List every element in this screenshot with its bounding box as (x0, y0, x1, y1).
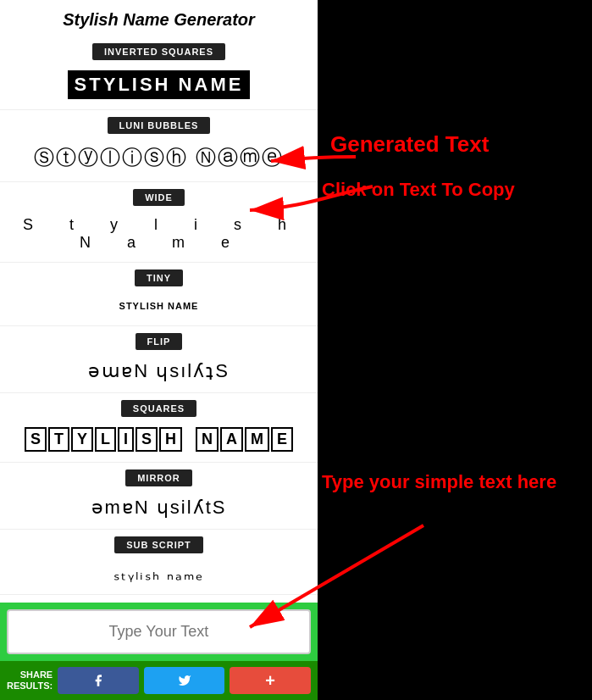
style-label-wide: WIDE (0, 182, 318, 211)
style-badge-tiny: TINY (135, 269, 183, 286)
plus-icon: + (265, 671, 275, 691)
content-area: INVERTED SQUARES STYLISH NAME LUNI BUBBL… (0, 36, 318, 603)
share-label-line2: RESULTS: (7, 681, 53, 692)
share-label-line1: SHARE (7, 669, 53, 681)
style-text-wide[interactable]: S t y l i s h N a m e (0, 211, 318, 262)
style-badge-inverted-squares: INVERTED SQUARES (92, 43, 225, 60)
right-side: Generated Text Click on Text To Copy Typ… (318, 0, 592, 700)
generated-text-subscript: ₛₜᵧₗᵢₛₕ ₙₐₘₑ (113, 564, 205, 584)
style-label-luni-bubbles: LUNI BUBBLES (0, 110, 318, 139)
style-section-subscript: SUB SCRIPT ₛₜᵧₗᵢₛₕ ₙₐₘₑ (0, 530, 318, 595)
main-panel: Stylish Name Generator INVERTED SQUARES … (0, 0, 318, 700)
style-section-wide: WIDE S t y l i s h N a m e (0, 182, 318, 263)
text-input[interactable] (7, 609, 311, 654)
style-section-mirror: MIRROR əmɐN ɥsilʎtS (0, 463, 318, 530)
style-text-flip[interactable]: əɯɐN ɥsılʎʇS (0, 355, 318, 392)
generated-text-wide: S t y l i s h N a m e (8, 216, 309, 252)
style-text-inverted-squares[interactable]: STYLISH NAME (0, 65, 318, 109)
style-text-squares[interactable]: STYLISHNAME (0, 422, 318, 462)
style-label-flip: FLIP (0, 326, 318, 355)
style-text-subscript[interactable]: ₛₜᵧₗᵢₛₕ ₙₐₘₑ (0, 558, 318, 594)
style-badge-wide: WIDE (133, 189, 185, 206)
style-label-squares: SQUARES (0, 393, 318, 422)
share-bar: SHARE RESULTS: + (0, 661, 318, 700)
style-section-luni-bubbles: LUNI BUBBLES Ⓢⓣⓨⓛⓘⓢⓗ Ⓝⓐⓜⓔ (0, 110, 318, 182)
twitter-share-button[interactable] (144, 667, 225, 694)
twitter-icon (178, 674, 191, 687)
style-text-tiny[interactable]: STYLISH NAME (0, 292, 318, 325)
generated-text-tiny: STYLISH NAME (119, 301, 199, 311)
app-title: Stylish Name Generator (0, 0, 318, 36)
annotation-generated-text: Generated Text (330, 131, 489, 158)
style-section-tiny: TINY STYLISH NAME (0, 263, 318, 326)
facebook-icon (91, 674, 105, 687)
annotation-type-text: Type your simple text here (322, 470, 556, 495)
style-label-tiny: TINY (0, 263, 318, 292)
plus-share-button[interactable]: + (230, 667, 311, 694)
style-label-mirror: MIRROR (0, 463, 318, 492)
style-section-inverted-squares: INVERTED SQUARES STYLISH NAME (0, 36, 318, 110)
style-badge-luni-bubbles: LUNI BUBBLES (108, 117, 211, 134)
style-badge-squares: SQUARES (121, 400, 196, 417)
style-label-subscript: SUB SCRIPT (0, 530, 318, 558)
input-bar (0, 603, 318, 661)
facebook-share-button[interactable] (58, 667, 139, 694)
style-badge-mirror: MIRROR (125, 469, 192, 486)
generated-text-squares: STYLISHNAME (25, 427, 293, 452)
style-text-mirror[interactable]: əmɐN ɥsilʎtS (0, 492, 318, 529)
style-badge-flip: FLIP (136, 333, 183, 350)
style-section-flip: FLIP əɯɐN ɥsılʎʇS (0, 326, 318, 393)
style-section-squares: SQUARES STYLISHNAME (0, 393, 318, 463)
generated-text-flip: əɯɐN ɥsılʎʇS (88, 360, 230, 382)
style-badge-subscript: SUB SCRIPT (114, 536, 203, 553)
generated-text-inverted-squares: STYLISH NAME (68, 70, 251, 99)
generated-text-mirror: əmɐN ɥsilʎtS (91, 497, 227, 519)
annotation-click-text: Click on Text To Copy (322, 178, 515, 203)
generated-text-luni-bubbles: Ⓢⓣⓨⓛⓘⓢⓗ Ⓝⓐⓜⓔ (34, 144, 284, 171)
share-label: SHARE RESULTS: (7, 669, 53, 692)
style-label-inverted-squares: INVERTED SQUARES (0, 36, 318, 65)
style-text-luni-bubbles[interactable]: Ⓢⓣⓨⓛⓘⓢⓗ Ⓝⓐⓜⓔ (0, 139, 318, 181)
